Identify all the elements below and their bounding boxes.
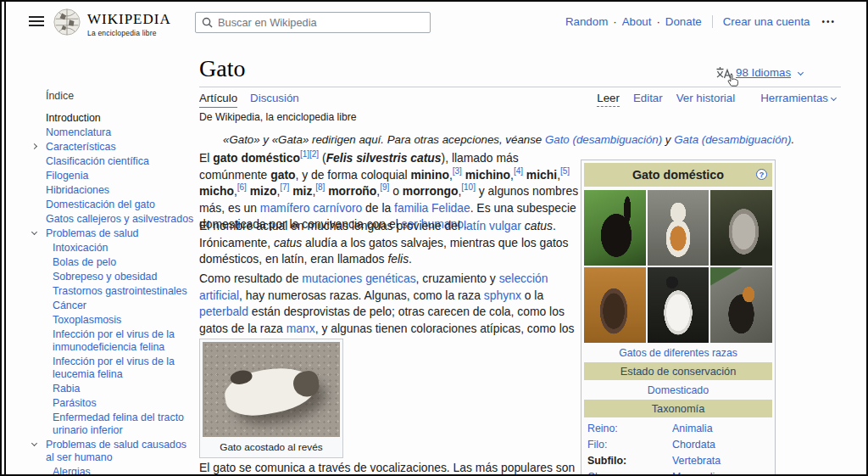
hatnote: «Gato» y «Gata» redirigen aquí. Para otr… xyxy=(223,133,821,146)
sidebar-item[interactable]: Enfermedad felina del tracto urinario in… xyxy=(27,412,195,437)
conservation-header[interactable]: Estado de conservación xyxy=(584,362,772,380)
create-account-link[interactable]: Crear una cuenta xyxy=(723,15,810,28)
sidebar-item[interactable]: Intoxicación xyxy=(27,242,195,255)
tab-edit[interactable]: Editar xyxy=(633,92,663,104)
reference-link[interactable]: [8] xyxy=(315,182,325,192)
cat-photo-orange-white[interactable] xyxy=(648,190,709,266)
cat-photo-calico[interactable] xyxy=(710,267,772,343)
search-box[interactable] xyxy=(195,12,431,33)
taxobox-title: Gato doméstico ? xyxy=(584,163,772,187)
sidebar-item-label: Gatos callejeros y asilvestrados xyxy=(46,213,193,225)
window-frame-line xyxy=(4,2,6,474)
wikipedia-logo[interactable]: WIKIPEDIA La enciclopedia libre xyxy=(53,8,171,40)
taxonomy-rank-label[interactable]: Clase: xyxy=(587,471,672,476)
wiki-link[interactable]: Felidae xyxy=(431,201,470,215)
sidebar-item[interactable]: Filogenia xyxy=(27,170,195,182)
reference-link[interactable]: [7] xyxy=(280,182,289,192)
reference-link[interactable]: [1] xyxy=(300,149,309,159)
reference-link[interactable]: [6] xyxy=(237,182,247,192)
taxonomy-header: Taxonomía xyxy=(584,400,772,417)
taxonomy-value-link[interactable]: Animalia xyxy=(672,423,713,434)
sidebar-item[interactable]: Clasificación científica xyxy=(27,155,195,168)
help-icon[interactable]: ? xyxy=(756,169,767,180)
taxonomy-value-link[interactable]: Vertebrata xyxy=(672,455,721,467)
cat-photo-brown[interactable] xyxy=(584,267,646,343)
sidebar-item[interactable]: Infección por el virus de la leucemia fe… xyxy=(27,356,195,381)
wiki-link[interactable]: familia xyxy=(394,201,428,215)
taxonomy-row: Clase:Mammalia xyxy=(584,468,772,476)
wiki-link[interactable]: mamífero carnívoro xyxy=(260,201,362,215)
wiki-link[interactable]: manx xyxy=(287,322,315,335)
wiki-link[interactable]: Gata (desambiguación) xyxy=(674,133,791,146)
reference-link[interactable]: [4] xyxy=(514,166,523,176)
taxonomy-rank-label[interactable]: Filo: xyxy=(587,439,672,451)
sidebar-item[interactable]: Problemas de salud causados al ser human… xyxy=(27,439,195,464)
sidebar-item[interactable]: Características xyxy=(27,141,195,154)
conservation-value-link[interactable]: Domesticado xyxy=(648,384,709,396)
sidebar-item[interactable]: Introduction xyxy=(27,112,195,125)
sidebar-item[interactable]: Problemas de salud xyxy=(27,227,195,240)
sidebar-item-label: Trastornos gastrointestinales xyxy=(53,285,187,297)
header-link[interactable]: About xyxy=(622,15,652,28)
header-link[interactable]: Donate xyxy=(665,15,702,28)
wiki-link[interactable]: peterbald xyxy=(199,305,248,318)
sidebar-item[interactable]: Sobrepeso y obesidad xyxy=(27,271,195,283)
search-input[interactable] xyxy=(218,16,424,29)
sidebar-item[interactable]: Bolas de pelo xyxy=(27,256,195,269)
sidebar-toc: IntroductionNomenclaturaCaracterísticasC… xyxy=(27,112,195,476)
logo-subtitle: La enciclopedia libre xyxy=(87,29,171,37)
sidebar-item-label: Enfermedad felina del tracto urinario in… xyxy=(53,412,184,436)
wiki-link[interactable]: mutaciones genéticas xyxy=(302,272,415,285)
cat-lying-photo[interactable] xyxy=(203,342,340,437)
taxonomy-rank-label: Subfilo: xyxy=(587,455,672,467)
taxobox: Gato doméstico ? Gatos de diferentes raz… xyxy=(581,160,776,476)
sidebar-item[interactable]: Domesticación del gato xyxy=(27,199,195,211)
sidebar-item[interactable]: Infección por el virus de la inmunodefic… xyxy=(27,328,195,354)
taxonomy-value-link[interactable]: Chordata xyxy=(672,439,715,451)
wiki-link[interactable]: latín vulgar xyxy=(464,219,521,232)
sidebar-item-label: Infección por el virus de la inmunodefic… xyxy=(53,328,175,353)
taxonomy-value-link[interactable]: Mammalia xyxy=(672,471,721,476)
reference-link[interactable]: [10] xyxy=(461,182,476,192)
sidebar-item[interactable]: Parásitos xyxy=(27,397,195,410)
taxonomy-row: Filo:Chordata xyxy=(584,436,772,452)
reference-link[interactable]: [2] xyxy=(309,149,319,159)
chevron-down-icon[interactable] xyxy=(31,440,37,446)
header-link[interactable]: Random xyxy=(565,15,608,28)
reference-link[interactable]: [9] xyxy=(380,182,389,192)
tab-article[interactable]: Artículo xyxy=(199,92,237,108)
chevron-right-icon[interactable] xyxy=(31,143,37,149)
sidebar-item[interactable]: Trastornos gastrointestinales xyxy=(27,285,195,298)
more-menu-icon[interactable]: ••• xyxy=(821,17,836,26)
cat-photo-white-black[interactable] xyxy=(648,267,709,343)
sidebar-item[interactable]: Rabia xyxy=(27,383,195,395)
chevron-down-icon[interactable] xyxy=(31,229,37,235)
cat-photo-gallery xyxy=(584,190,772,343)
header-links: Random·About·Donate Crear una cuenta ••• xyxy=(565,15,836,28)
tab-talk[interactable]: Discusión xyxy=(250,92,299,108)
language-button[interactable]: 98 Idiomas xyxy=(715,66,803,79)
sidebar-toc-container: Índice IntroductionNomenclaturaCaracterí… xyxy=(27,90,195,476)
sidebar-item-label: Clasificación científica xyxy=(46,155,149,167)
language-count-label[interactable]: 98 Idiomas xyxy=(736,66,791,79)
taxonomy-rank-label[interactable]: Reino: xyxy=(587,423,672,434)
gallery-caption-link[interactable]: Gatos de diferentes razas xyxy=(619,347,737,359)
wiki-link[interactable]: sphynx xyxy=(484,288,521,302)
sidebar-item[interactable]: Hibridaciones xyxy=(27,184,195,197)
wiki-link[interactable]: Gato (desambiguación) xyxy=(545,133,662,146)
sidebar-item[interactable]: Gatos callejeros y asilvestrados xyxy=(27,213,195,226)
cat-photo-gray-longhair[interactable] xyxy=(710,190,772,266)
article-thumbnail[interactable]: Gato acostado al revés xyxy=(199,339,343,458)
sidebar-item[interactable]: Alergias xyxy=(27,466,195,476)
reference-link[interactable]: [5] xyxy=(560,166,570,176)
cat-photo-black[interactable] xyxy=(584,190,646,266)
sidebar-item[interactable]: Cáncer xyxy=(27,300,195,312)
chevron-down-icon xyxy=(798,70,804,76)
reference-link[interactable]: [3] xyxy=(453,166,462,176)
tools-menu[interactable]: Herramientas xyxy=(760,92,836,104)
sidebar-item[interactable]: Nomenclatura xyxy=(27,126,195,139)
sidebar-item[interactable]: Toxoplasmosis xyxy=(27,314,195,327)
tab-history[interactable]: Ver historial xyxy=(676,92,735,104)
tab-read[interactable]: Leer xyxy=(597,92,620,107)
menu-button[interactable] xyxy=(29,16,44,27)
